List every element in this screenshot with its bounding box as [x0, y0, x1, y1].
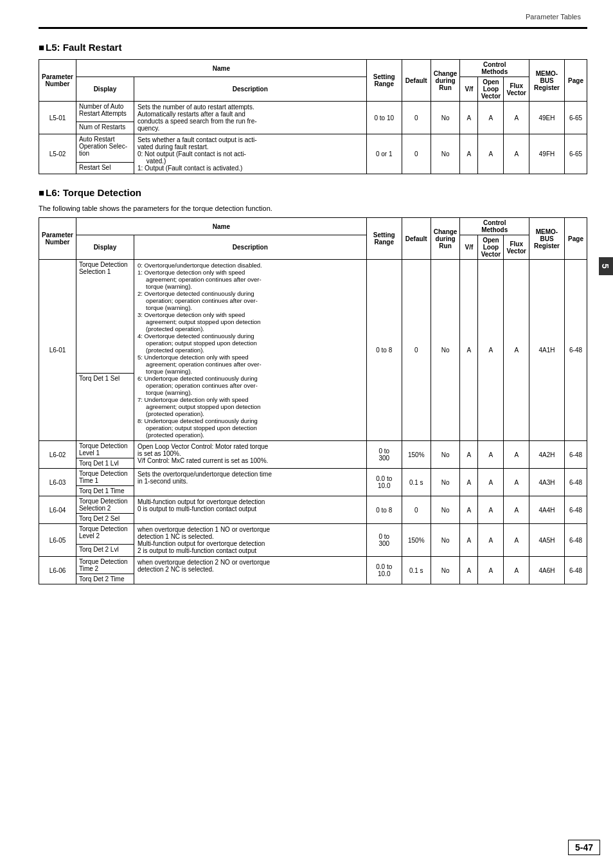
l6-05-page: 6-48 — [565, 524, 587, 557]
l6-02-fv: A — [504, 441, 529, 469]
l6-06-olv: A — [478, 557, 504, 584]
l6-05-fv: A — [504, 524, 529, 557]
l6-02-range: 0 to300 — [366, 441, 402, 469]
l5-02-default: 0 — [402, 134, 431, 174]
l6-01-desc: 0: Overtorque/undertorque detection disa… — [134, 260, 366, 441]
l5-header-change: ChangeduringRun — [431, 60, 460, 102]
l5-header-memo: MEMO-BUSRegister — [529, 60, 565, 102]
l6-03-change: No — [431, 469, 460, 496]
page-footer: 5-47 — [568, 840, 600, 855]
l6-04-page: 6-48 — [565, 496, 587, 524]
l5-header-fv: FluxVector — [504, 77, 529, 102]
l6-01-param: L6-01 — [39, 260, 76, 441]
l6-03-range: 0.0 to10.0 — [366, 469, 402, 496]
l5-01-desc: Sets the number of auto restart attempts… — [134, 102, 366, 134]
l5-01-register: 49EH — [529, 102, 565, 134]
l5-header-control: ControlMethods — [460, 60, 529, 77]
l6-header-vf: V/f — [460, 235, 478, 260]
l5-02-fv: A — [504, 134, 529, 174]
l6-02-name: Torque DetectionLevel 1 — [76, 441, 134, 458]
l6-03-fv: A — [504, 469, 529, 496]
l6-06-display: Torq Det 2 Time — [76, 574, 134, 584]
l6-02-param: L6-02 — [39, 441, 76, 469]
l6-06-register: 4A6H — [529, 557, 565, 584]
l5-header-description: Description — [134, 77, 366, 102]
l5-header-olv: OpenLoopVector — [478, 77, 504, 102]
l6-06-page: 6-48 — [565, 557, 587, 584]
l5-02-display: Restart Sel — [76, 162, 134, 174]
l6-05-default: 150% — [402, 524, 431, 557]
l6-01-page: 6-48 — [565, 260, 587, 441]
l6-05-display: Torq Det 2 Lvl — [76, 545, 134, 557]
l6-02-vf: A — [460, 441, 478, 469]
l5-01-change: No — [431, 102, 460, 134]
page-container: Parameter Tables L5: Fault Restart Param… — [0, 0, 613, 868]
l6-06-range: 0.0 to10.0 — [366, 557, 402, 584]
table-row: L5-01 Number of AutoRestart Attempts Set… — [39, 102, 587, 122]
l6-header-change: ChangeduringRun — [431, 218, 460, 260]
table-row: L6-04 Torque DetectionSelection 2 Multi-… — [39, 496, 587, 514]
l6-01-olv: A — [478, 260, 504, 441]
l6-04-name: Torque DetectionSelection 2 — [76, 496, 134, 514]
l5-02-register: 49FH — [529, 134, 565, 174]
l6-04-desc: Multi-function output for overtorque det… — [134, 496, 366, 524]
l6-03-name: Torque DetectionTime 1 — [76, 469, 134, 486]
l6-06-change: No — [431, 557, 460, 584]
l6-table: ParameterNumber Name SettingRange Defaul… — [39, 217, 587, 584]
table-row: L6-05 Torque DetectionLevel 2 when overt… — [39, 524, 587, 545]
l6-01-range: 0 to 8 — [366, 260, 402, 441]
l6-03-page: 6-48 — [565, 469, 587, 496]
table-row: L5-02 Auto RestartOperation Selec-tion S… — [39, 134, 587, 163]
header-title: Parameter Tables — [526, 13, 581, 21]
l6-05-range: 0 to300 — [366, 524, 402, 557]
l6-header-name: Name — [76, 218, 366, 235]
l5-02-name: Auto RestartOperation Selec-tion — [76, 134, 134, 163]
l6-03-param: L6-03 — [39, 469, 76, 496]
l6-header-display: Display — [76, 235, 134, 260]
table-row: L6-06 Torque DetectionTime 2 when overto… — [39, 557, 587, 574]
l5-01-fv: A — [504, 102, 529, 134]
l5-01-name: Number of AutoRestart Attempts — [76, 102, 134, 122]
l6-01-name: Torque DetectionSelection 1 — [76, 260, 134, 374]
l6-05-param: L6-05 — [39, 524, 76, 557]
l5-header-param: ParameterNumber — [39, 60, 76, 102]
l6-02-default: 150% — [402, 441, 431, 469]
l6-05-register: 4A5H — [529, 524, 565, 557]
l6-04-change: No — [431, 496, 460, 524]
l5-01-default: 0 — [402, 102, 431, 134]
chapter-tab: 5 — [599, 257, 613, 275]
l5-02-range: 0 or 1 — [366, 134, 402, 174]
l6-06-vf: A — [460, 557, 478, 584]
l6-05-desc: when overtorque detection 1 NO or overto… — [134, 524, 366, 557]
section-l5-title: L5: Fault Restart — [39, 42, 587, 53]
l6-header-memo: MEMO-BUSRegister — [529, 218, 565, 260]
l6-04-olv: A — [478, 496, 504, 524]
l5-header-vf: V/f — [460, 77, 478, 102]
l5-header-default: Default — [402, 60, 431, 102]
section-l6-title: L6: Torque Detection — [39, 187, 587, 198]
l6-03-olv: A — [478, 469, 504, 496]
l6-02-page: 6-48 — [565, 441, 587, 469]
l5-header-name: Name — [76, 60, 366, 77]
l5-02-desc: Sets whether a fault contact output is a… — [134, 134, 366, 174]
l6-01-fv: A — [504, 260, 529, 441]
table-row: L6-01 Torque DetectionSelection 1 0: Ove… — [39, 260, 587, 374]
l6-06-desc: when overtorque detection 2 NO or overto… — [134, 557, 366, 584]
l5-01-page: 6-65 — [565, 102, 587, 134]
l6-02-olv: A — [478, 441, 504, 469]
l5-02-change: No — [431, 134, 460, 174]
l5-header-page: Page — [565, 60, 587, 102]
l6-02-change: No — [431, 441, 460, 469]
l6-04-range: 0 to 8 — [366, 496, 402, 524]
l6-header-page: Page — [565, 218, 587, 260]
l5-01-param: L5-01 — [39, 102, 76, 134]
table-row: L6-02 Torque DetectionLevel 1 Open Loop … — [39, 441, 587, 458]
l5-table: ParameterNumber Name SettingRange Defaul… — [39, 59, 587, 174]
l6-03-register: 4A3H — [529, 469, 565, 496]
l6-01-display: Torq Det 1 Sel — [76, 374, 134, 441]
l5-02-param: L5-02 — [39, 134, 76, 174]
l6-02-desc: Open Loop Vector Control: Motor rated to… — [134, 441, 366, 469]
l6-header-fv: FluxVector — [504, 235, 529, 260]
page-header: Parameter Tables — [39, 13, 587, 21]
l6-header-control: ControlMethods — [460, 218, 529, 235]
